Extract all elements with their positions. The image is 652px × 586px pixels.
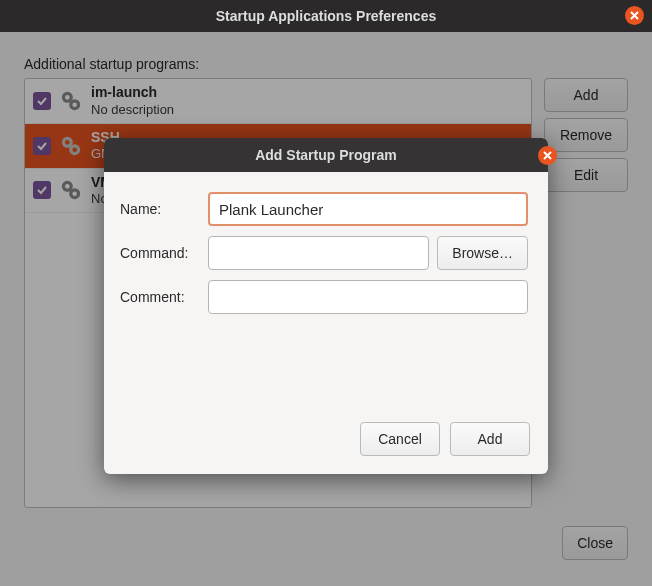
add-dialog: Add Startup Program Name: Command: Brows… [104,138,548,474]
label-comment: Comment: [116,289,208,305]
label-command: Command: [116,245,208,261]
close-icon[interactable] [625,6,644,25]
window-title: Startup Applications Preferences [0,8,652,24]
browse-button[interactable]: Browse… [437,236,528,270]
name-field[interactable] [208,192,528,226]
cancel-button[interactable]: Cancel [360,422,440,456]
dialog-title: Add Startup Program [104,147,548,163]
titlebar: Startup Applications Preferences [0,0,652,32]
dialog-body: Name: Command: Browse… Comment: [104,172,548,342]
dialog-footer: Cancel Add [104,342,548,474]
dialog-add-button[interactable]: Add [450,422,530,456]
row-command: Command: Browse… [116,236,528,270]
dialog-titlebar: Add Startup Program [104,138,548,172]
label-name: Name: [116,201,208,217]
comment-field[interactable] [208,280,528,314]
command-field[interactable] [208,236,429,270]
row-name: Name: [116,192,528,226]
dialog-close-icon[interactable] [538,146,557,165]
row-comment: Comment: [116,280,528,314]
